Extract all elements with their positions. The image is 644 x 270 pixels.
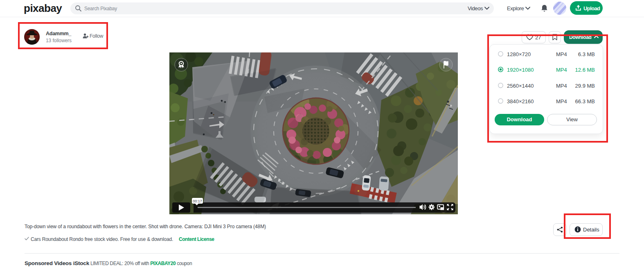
svg-text:00:17: 00:17 (193, 199, 202, 203)
